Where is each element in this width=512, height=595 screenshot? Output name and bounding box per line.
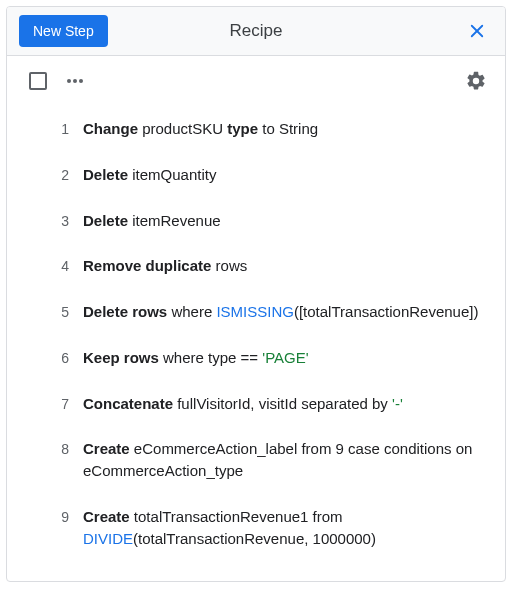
recipe-step[interactable]: 3Delete itemRevenue [25, 198, 487, 244]
close-icon [468, 22, 486, 40]
recipe-step[interactable]: 9Create totalTransactionRevenue1 from DI… [25, 494, 487, 562]
select-all-checkbox[interactable] [29, 72, 47, 90]
step-description: Remove duplicate rows [83, 255, 487, 277]
step-description: Keep rows where type == 'PAGE' [83, 347, 487, 369]
recipe-toolbar [7, 56, 505, 100]
step-description: Concatenate fullVisitorId, visitId separ… [83, 393, 487, 415]
step-description: Delete rows where ISMISSING([totalTransa… [83, 301, 487, 323]
recipe-steps-list: 1Change productSKU type to String2Delete… [7, 100, 505, 581]
recipe-step[interactable]: 1Change productSKU type to String [25, 106, 487, 152]
settings-button[interactable] [465, 70, 487, 92]
step-number: 1 [25, 118, 69, 139]
step-number: 5 [25, 301, 69, 322]
step-description: Delete itemQuantity [83, 164, 487, 186]
step-number: 3 [25, 210, 69, 231]
recipe-step[interactable]: 5Delete rows where ISMISSING([totalTrans… [25, 289, 487, 335]
step-number: 2 [25, 164, 69, 185]
new-step-button[interactable]: New Step [19, 15, 108, 47]
panel-header: New Step Recipe [7, 7, 505, 56]
dot-icon [79, 79, 83, 83]
recipe-panel: New Step Recipe 1Change productSKU type … [6, 6, 506, 582]
step-description: Change productSKU type to String [83, 118, 487, 140]
step-number: 7 [25, 393, 69, 414]
step-description: Create eCommerceAction_label from 9 case… [83, 438, 487, 482]
gear-icon [465, 70, 487, 92]
dot-icon [73, 79, 77, 83]
close-button[interactable] [461, 15, 493, 47]
recipe-step[interactable]: 8Create eCommerceAction_label from 9 cas… [25, 426, 487, 494]
recipe-step[interactable]: 4Remove duplicate rows [25, 243, 487, 289]
recipe-step[interactable]: 6Keep rows where type == 'PAGE' [25, 335, 487, 381]
step-number: 8 [25, 438, 69, 459]
step-number: 9 [25, 506, 69, 527]
step-number: 4 [25, 255, 69, 276]
dot-icon [67, 79, 71, 83]
recipe-step[interactable]: 2Delete itemQuantity [25, 152, 487, 198]
step-description: Delete itemRevenue [83, 210, 487, 232]
more-actions-button[interactable] [63, 75, 87, 87]
recipe-step[interactable]: 7Concatenate fullVisitorId, visitId sepa… [25, 381, 487, 427]
step-number: 6 [25, 347, 69, 368]
step-description: Create totalTransactionRevenue1 from DIV… [83, 506, 487, 550]
